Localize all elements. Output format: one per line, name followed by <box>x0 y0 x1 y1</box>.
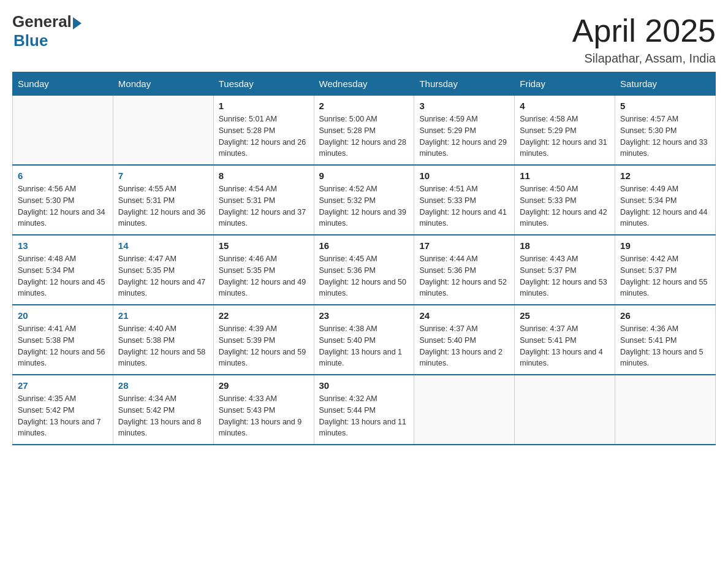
calendar-cell: 19Sunrise: 4:42 AMSunset: 5:37 PMDayligh… <box>615 235 716 305</box>
calendar-cell: 16Sunrise: 4:45 AMSunset: 5:36 PMDayligh… <box>314 235 414 305</box>
day-number: 16 <box>319 240 409 251</box>
day-info: Sunrise: 4:34 AMSunset: 5:42 PMDaylight:… <box>118 393 208 439</box>
page-header: General Blue April 2025 Silapathar, Assa… <box>12 12 716 66</box>
day-number: 29 <box>219 380 309 391</box>
calendar-cell <box>414 375 515 445</box>
calendar-cell <box>13 96 113 166</box>
day-number: 24 <box>419 310 509 321</box>
calendar-cell: 14Sunrise: 4:47 AMSunset: 5:35 PMDayligh… <box>113 235 213 305</box>
calendar-cell <box>515 375 615 445</box>
calendar-cell: 17Sunrise: 4:44 AMSunset: 5:36 PMDayligh… <box>414 235 515 305</box>
day-info: Sunrise: 4:54 AMSunset: 5:31 PMDaylight:… <box>219 183 309 229</box>
day-info: Sunrise: 4:33 AMSunset: 5:43 PMDaylight:… <box>219 393 309 439</box>
weekday-header-thursday: Thursday <box>414 72 515 96</box>
day-number: 21 <box>118 310 208 321</box>
calendar-cell: 20Sunrise: 4:41 AMSunset: 5:38 PMDayligh… <box>13 305 113 375</box>
calendar-cell: 21Sunrise: 4:40 AMSunset: 5:38 PMDayligh… <box>113 305 213 375</box>
weekday-header-sunday: Sunday <box>13 72 113 96</box>
day-number: 18 <box>520 240 610 251</box>
day-info: Sunrise: 4:51 AMSunset: 5:33 PMDaylight:… <box>419 183 509 229</box>
calendar-cell <box>615 375 716 445</box>
calendar-cell: 15Sunrise: 4:46 AMSunset: 5:35 PMDayligh… <box>213 235 314 305</box>
calendar-table: SundayMondayTuesdayWednesdayThursdayFrid… <box>12 72 716 445</box>
day-number: 13 <box>18 240 108 251</box>
day-info: Sunrise: 4:39 AMSunset: 5:39 PMDaylight:… <box>219 323 309 369</box>
day-info: Sunrise: 4:55 AMSunset: 5:31 PMDaylight:… <box>118 183 208 229</box>
day-number: 26 <box>620 310 710 321</box>
calendar-cell: 22Sunrise: 4:39 AMSunset: 5:39 PMDayligh… <box>213 305 314 375</box>
day-number: 3 <box>419 101 509 111</box>
day-info: Sunrise: 4:50 AMSunset: 5:33 PMDaylight:… <box>520 183 610 229</box>
calendar-cell: 13Sunrise: 4:48 AMSunset: 5:34 PMDayligh… <box>13 235 113 305</box>
calendar-cell: 2Sunrise: 5:00 AMSunset: 5:28 PMDaylight… <box>314 96 414 166</box>
day-info: Sunrise: 4:32 AMSunset: 5:44 PMDaylight:… <box>319 393 409 439</box>
day-number: 7 <box>118 170 208 181</box>
weekday-header-friday: Friday <box>515 72 615 96</box>
month-title: April 2025 <box>572 12 716 49</box>
calendar-cell <box>113 96 213 166</box>
day-info: Sunrise: 4:40 AMSunset: 5:38 PMDaylight:… <box>118 323 208 369</box>
calendar-cell: 1Sunrise: 5:01 AMSunset: 5:28 PMDaylight… <box>213 96 314 166</box>
day-info: Sunrise: 5:01 AMSunset: 5:28 PMDaylight:… <box>219 113 309 159</box>
day-number: 5 <box>620 101 710 111</box>
day-info: Sunrise: 4:43 AMSunset: 5:37 PMDaylight:… <box>520 253 610 299</box>
calendar-cell: 11Sunrise: 4:50 AMSunset: 5:33 PMDayligh… <box>515 165 615 235</box>
day-number: 10 <box>419 170 509 181</box>
day-info: Sunrise: 4:44 AMSunset: 5:36 PMDaylight:… <box>419 253 509 299</box>
calendar-cell: 26Sunrise: 4:36 AMSunset: 5:41 PMDayligh… <box>615 305 716 375</box>
day-info: Sunrise: 4:35 AMSunset: 5:42 PMDaylight:… <box>18 393 108 439</box>
day-info: Sunrise: 4:56 AMSunset: 5:30 PMDaylight:… <box>18 183 108 229</box>
calendar-cell: 27Sunrise: 4:35 AMSunset: 5:42 PMDayligh… <box>13 375 113 445</box>
day-info: Sunrise: 4:37 AMSunset: 5:41 PMDaylight:… <box>520 323 610 369</box>
day-number: 23 <box>319 310 409 321</box>
day-info: Sunrise: 4:46 AMSunset: 5:35 PMDaylight:… <box>219 253 309 299</box>
day-number: 27 <box>18 380 108 391</box>
logo-arrow-icon <box>73 17 82 29</box>
day-info: Sunrise: 4:36 AMSunset: 5:41 PMDaylight:… <box>620 323 710 369</box>
day-info: Sunrise: 4:42 AMSunset: 5:37 PMDaylight:… <box>620 253 710 299</box>
calendar-cell: 4Sunrise: 4:58 AMSunset: 5:29 PMDaylight… <box>515 96 615 166</box>
calendar-cell: 18Sunrise: 4:43 AMSunset: 5:37 PMDayligh… <box>515 235 615 305</box>
logo-general-text: General <box>12 12 72 31</box>
calendar-cell: 9Sunrise: 4:52 AMSunset: 5:32 PMDaylight… <box>314 165 414 235</box>
day-info: Sunrise: 4:45 AMSunset: 5:36 PMDaylight:… <box>319 253 409 299</box>
day-number: 1 <box>219 101 309 111</box>
day-info: Sunrise: 4:52 AMSunset: 5:32 PMDaylight:… <box>319 183 409 229</box>
day-number: 9 <box>319 170 409 181</box>
day-number: 2 <box>319 101 409 111</box>
calendar-cell: 3Sunrise: 4:59 AMSunset: 5:29 PMDaylight… <box>414 96 515 166</box>
day-number: 15 <box>219 240 309 251</box>
calendar-cell: 28Sunrise: 4:34 AMSunset: 5:42 PMDayligh… <box>113 375 213 445</box>
day-number: 4 <box>520 101 610 111</box>
calendar-cell: 5Sunrise: 4:57 AMSunset: 5:30 PMDaylight… <box>615 96 716 166</box>
location-subtitle: Silapathar, Assam, India <box>572 52 716 66</box>
day-info: Sunrise: 5:00 AMSunset: 5:28 PMDaylight:… <box>319 113 409 159</box>
day-number: 22 <box>219 310 309 321</box>
title-block: April 2025 Silapathar, Assam, India <box>572 12 716 66</box>
day-number: 8 <box>219 170 309 181</box>
logo: General Blue <box>12 12 82 50</box>
day-number: 11 <box>520 170 610 181</box>
calendar-cell: 24Sunrise: 4:37 AMSunset: 5:40 PMDayligh… <box>414 305 515 375</box>
day-info: Sunrise: 4:41 AMSunset: 5:38 PMDaylight:… <box>18 323 108 369</box>
day-number: 30 <box>319 380 409 391</box>
calendar-cell: 6Sunrise: 4:56 AMSunset: 5:30 PMDaylight… <box>13 165 113 235</box>
calendar-cell: 7Sunrise: 4:55 AMSunset: 5:31 PMDaylight… <box>113 165 213 235</box>
weekday-header-monday: Monday <box>113 72 213 96</box>
day-info: Sunrise: 4:48 AMSunset: 5:34 PMDaylight:… <box>18 253 108 299</box>
calendar-cell: 29Sunrise: 4:33 AMSunset: 5:43 PMDayligh… <box>213 375 314 445</box>
day-number: 12 <box>620 170 710 181</box>
day-info: Sunrise: 4:57 AMSunset: 5:30 PMDaylight:… <box>620 113 710 159</box>
day-number: 6 <box>18 170 108 181</box>
calendar-cell: 25Sunrise: 4:37 AMSunset: 5:41 PMDayligh… <box>515 305 615 375</box>
calendar-cell: 8Sunrise: 4:54 AMSunset: 5:31 PMDaylight… <box>213 165 314 235</box>
calendar-cell: 12Sunrise: 4:49 AMSunset: 5:34 PMDayligh… <box>615 165 716 235</box>
calendar-cell: 23Sunrise: 4:38 AMSunset: 5:40 PMDayligh… <box>314 305 414 375</box>
day-info: Sunrise: 4:58 AMSunset: 5:29 PMDaylight:… <box>520 113 610 159</box>
day-info: Sunrise: 4:59 AMSunset: 5:29 PMDaylight:… <box>419 113 509 159</box>
day-info: Sunrise: 4:49 AMSunset: 5:34 PMDaylight:… <box>620 183 710 229</box>
day-number: 17 <box>419 240 509 251</box>
day-number: 28 <box>118 380 208 391</box>
day-number: 25 <box>520 310 610 321</box>
day-info: Sunrise: 4:38 AMSunset: 5:40 PMDaylight:… <box>319 323 409 369</box>
